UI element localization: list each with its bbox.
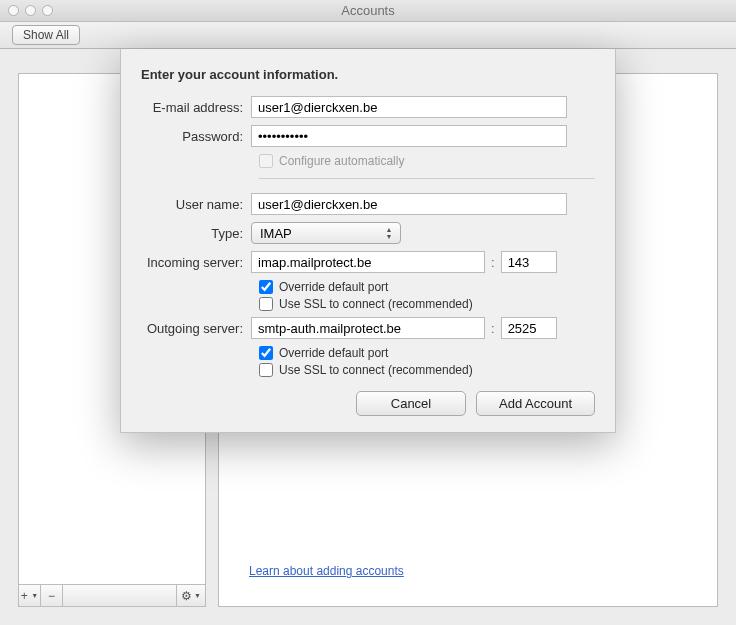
show-all-button[interactable]: Show All bbox=[12, 25, 80, 45]
password-label: Password: bbox=[141, 129, 251, 144]
toolbar: Show All bbox=[0, 22, 736, 49]
outgoing-port-field[interactable] bbox=[501, 317, 557, 339]
sidebar-actions: + ▼ − ⚙▼ bbox=[18, 585, 206, 607]
colon: : bbox=[491, 321, 495, 336]
type-label: Type: bbox=[141, 226, 251, 241]
cancel-button[interactable]: Cancel bbox=[356, 391, 466, 416]
incoming-override-label: Override default port bbox=[279, 280, 388, 294]
incoming-ssl-label: Use SSL to connect (recommended) bbox=[279, 297, 473, 311]
titlebar: Accounts bbox=[0, 0, 736, 22]
auto-configure-label: Configure automatically bbox=[279, 154, 404, 168]
incoming-override-checkbox[interactable] bbox=[259, 280, 273, 294]
incoming-port-field[interactable] bbox=[501, 251, 557, 273]
gear-menu-button[interactable]: ⚙▼ bbox=[177, 585, 205, 606]
password-field[interactable] bbox=[251, 125, 567, 147]
outgoing-server-field[interactable] bbox=[251, 317, 485, 339]
outgoing-override-label: Override default port bbox=[279, 346, 388, 360]
incoming-ssl-checkbox[interactable] bbox=[259, 297, 273, 311]
incoming-server-field[interactable] bbox=[251, 251, 485, 273]
separator bbox=[259, 178, 595, 179]
type-select[interactable]: IMAP bbox=[251, 222, 401, 244]
outgoing-ssl-label: Use SSL to connect (recommended) bbox=[279, 363, 473, 377]
auto-configure-checkbox bbox=[259, 154, 273, 168]
outgoing-label: Outgoing server: bbox=[141, 321, 251, 336]
sidebar-spacer bbox=[63, 585, 177, 606]
username-label: User name: bbox=[141, 197, 251, 212]
sheet-heading: Enter your account information. bbox=[141, 67, 595, 82]
email-label: E-mail address: bbox=[141, 100, 251, 115]
outgoing-ssl-checkbox[interactable] bbox=[259, 363, 273, 377]
remove-account-button[interactable]: − bbox=[41, 585, 63, 606]
learn-link[interactable]: Learn about adding accounts bbox=[249, 564, 404, 578]
username-field[interactable] bbox=[251, 193, 567, 215]
outgoing-override-checkbox[interactable] bbox=[259, 346, 273, 360]
account-sheet: Enter your account information. E-mail a… bbox=[120, 49, 616, 433]
gear-icon: ⚙ bbox=[181, 589, 192, 603]
colon: : bbox=[491, 255, 495, 270]
add-account-button[interactable]: Add Account bbox=[476, 391, 595, 416]
incoming-label: Incoming server: bbox=[141, 255, 251, 270]
add-account-button[interactable]: + ▼ bbox=[19, 585, 41, 606]
email-field[interactable] bbox=[251, 96, 567, 118]
window-title: Accounts bbox=[0, 3, 736, 18]
